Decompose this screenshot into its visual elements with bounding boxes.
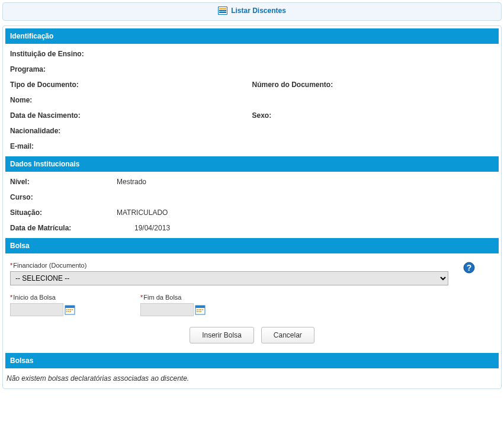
top-bar: Listar Discentes (2, 2, 502, 21)
section-body-identificacao: Instituição de Ensino: Programa: Tipo de… (5, 44, 499, 156)
svg-rect-14 (68, 311, 69, 312)
label-financiador: *Financiador (Documento) (10, 262, 494, 269)
label-sexo: Sexo: (252, 111, 272, 120)
listar-discentes-link[interactable]: Listar Discentes (218, 7, 286, 15)
svg-rect-17 (195, 306, 205, 308)
label-fim-bolsa: *Fim da Bolsa (140, 294, 206, 301)
label-data-matricula: Data de Matrícula: (10, 224, 117, 232)
label-email: E-mail: (10, 142, 117, 150)
calendar-icon[interactable] (65, 304, 75, 315)
svg-rect-18 (197, 309, 198, 310)
fim-bolsa-input[interactable] (140, 303, 194, 316)
svg-rect-11 (70, 309, 71, 310)
page-container: Listar Discentes Identificação Instituiç… (2, 2, 502, 389)
svg-rect-2 (219, 8, 226, 9)
section-body-dados-institucionais: Nível: Mestrado Curso: Situação: MATRICU… (5, 172, 499, 238)
svg-rect-15 (70, 311, 71, 312)
listar-discentes-label: Listar Discentes (231, 7, 286, 15)
label-numero-documento: Número do Documento: (252, 81, 333, 89)
label-tipo-documento: Tipo de Documento: (10, 81, 117, 89)
required-marker: * (10, 294, 12, 301)
svg-rect-21 (202, 309, 203, 310)
label-nome: Nome: (10, 96, 117, 104)
section-header-identificacao: Identificação (5, 28, 499, 44)
section-header-bolsa: Bolsa (5, 238, 499, 253)
svg-rect-3 (219, 10, 226, 11)
value-nivel: Mestrado (117, 178, 146, 186)
label-curso: Curso: (10, 193, 117, 201)
label-programa: Programa: (10, 65, 117, 73)
label-situacao: Situação: (10, 208, 117, 217)
svg-rect-10 (68, 309, 69, 310)
label-instituicao: Instituição de Ensino: (10, 50, 117, 58)
bolsas-empty-message: Não existem bolsas declaratórias associa… (5, 368, 499, 386)
svg-rect-9 (66, 309, 68, 310)
label-inicio-bolsa: *Inicio da Bolsa (10, 294, 75, 301)
cancelar-button[interactable]: Cancelar (261, 327, 314, 343)
svg-rect-20 (200, 309, 201, 310)
label-nacionalidade: Nacionalidade: (10, 127, 117, 135)
svg-rect-8 (65, 306, 75, 308)
label-data-nascimento: Data de Nascimento: (10, 111, 117, 120)
inicio-bolsa-input[interactable] (10, 303, 63, 316)
section-header-dados-institucionais: Dados Institucionais (5, 156, 499, 172)
section-header-bolsas: Bolsas (5, 353, 499, 368)
inserir-bolsa-button[interactable]: Inserir Bolsa (190, 327, 254, 343)
calendar-icon[interactable] (195, 304, 206, 315)
required-marker: * (140, 294, 143, 301)
svg-rect-4 (219, 12, 226, 13)
svg-rect-24 (200, 311, 201, 312)
svg-rect-19 (198, 309, 200, 310)
value-data-matricula: 19/04/2013 (117, 224, 170, 232)
svg-rect-22 (197, 311, 198, 312)
svg-rect-23 (198, 311, 200, 312)
main-panel: Identificação Instituição de Ensino: Pro… (2, 25, 502, 389)
value-situacao: MATRICULADO (117, 208, 168, 217)
required-marker: * (10, 262, 12, 269)
svg-rect-12 (72, 309, 73, 310)
financiador-select[interactable]: -- SELECIONE -- (10, 271, 448, 285)
svg-rect-13 (66, 311, 68, 312)
section-body-bolsa: ? *Financiador (Documento) -- SELECIONE … (5, 253, 499, 353)
list-icon (218, 7, 227, 15)
label-nivel: Nível: (10, 178, 117, 186)
